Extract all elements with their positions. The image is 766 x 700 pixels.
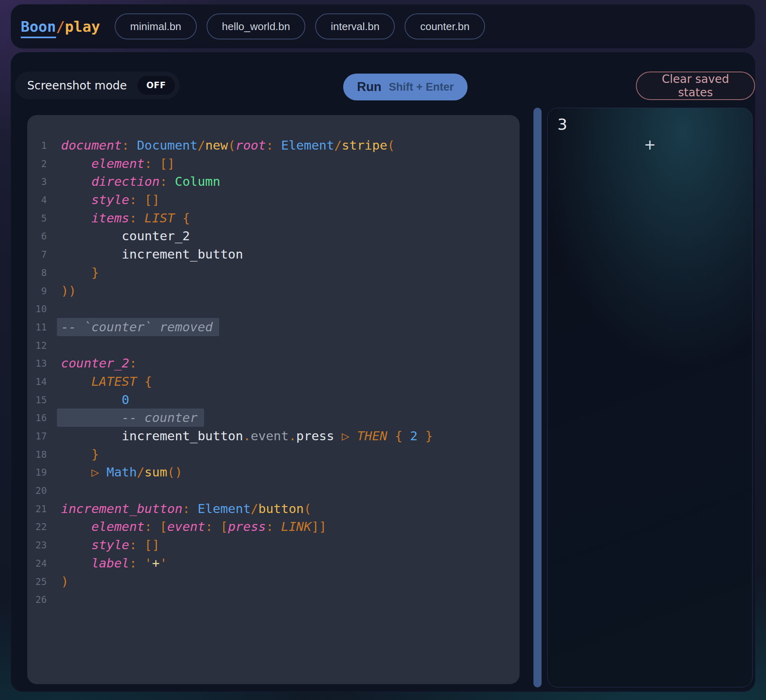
- code-line: 1document: Document/new(root: Element/st…: [27, 136, 520, 154]
- line-number: 22: [27, 517, 47, 536]
- line-number: 9: [27, 282, 47, 300]
- code-text: }: [61, 265, 99, 280]
- code-text: direction: Column: [61, 174, 220, 189]
- file-tabs: minimal.bn hello_world.bn interval.bn co…: [115, 13, 485, 39]
- line-number: 3: [27, 172, 47, 191]
- code-text: element: [event: [press: LINK]]: [61, 519, 326, 534]
- editor-scrollbar[interactable]: [533, 108, 542, 687]
- line-number: 24: [27, 554, 47, 573]
- logo-brand[interactable]: Boon: [21, 18, 56, 38]
- code-line: 4 style: []: [27, 191, 520, 209]
- code-line: 5 items: LIST {: [27, 209, 520, 227]
- code-line: 2 element: []: [27, 154, 520, 173]
- code-line: 17 increment_button.event.press ▷ THEN {…: [27, 427, 520, 445]
- code-line: 13counter_2:: [27, 354, 520, 372]
- code-text: }: [61, 447, 99, 461]
- line-number: 1: [27, 136, 47, 155]
- line-number: 13: [27, 354, 47, 373]
- line-number: 15: [27, 391, 47, 409]
- code-text: increment_button: [61, 247, 243, 261]
- increment-button[interactable]: +: [640, 135, 660, 154]
- logo-app: play: [65, 18, 100, 35]
- line-number: 4: [27, 191, 47, 209]
- code-text: style: []: [61, 537, 160, 552]
- tab-label: interval.bn: [331, 20, 379, 33]
- code-line: 20: [27, 481, 520, 500]
- code-text: counter_2: [61, 228, 190, 243]
- app-header: Boon/play minimal.bn hello_world.bn inte…: [11, 4, 755, 49]
- counter-value: 3: [557, 115, 567, 133]
- code-text: document: Document/new(root: Element/str…: [61, 138, 395, 152]
- screenshot-mode-toggle[interactable]: Screenshot mode OFF: [15, 72, 180, 99]
- line-number: 11: [27, 318, 47, 337]
- code-editor[interactable]: 1document: Document/new(root: Element/st…: [27, 115, 520, 684]
- code-line: 14 LATEST {: [27, 372, 520, 391]
- code-text: increment_button.event.press ▷ THEN { 2 …: [61, 428, 433, 443]
- file-tab[interactable]: counter.bn: [405, 13, 485, 39]
- code-text: )): [61, 283, 76, 298]
- code-line: 21increment_button: Element/button(: [27, 500, 520, 518]
- code-line: 9)): [27, 282, 520, 300]
- code-text: LATEST {: [61, 374, 152, 389]
- code-text: element: []: [61, 156, 175, 171]
- screenshot-mode-label: Screenshot mode: [27, 79, 127, 92]
- line-number: 17: [27, 427, 47, 446]
- file-tab[interactable]: minimal.bn: [115, 13, 197, 39]
- line-number: 19: [27, 463, 47, 482]
- code-text: -- `counter` removed: [57, 318, 219, 336]
- line-number: 26: [27, 590, 47, 609]
- code-line: 18 }: [27, 445, 520, 463]
- screenshot-mode-state-badge: OFF: [137, 76, 175, 95]
- code-line: 26: [27, 590, 520, 609]
- clear-saved-states-button[interactable]: Clear saved states: [636, 72, 755, 100]
- code-text: ▷ Math/sum(): [61, 465, 183, 479]
- code-line: 15 0: [27, 391, 520, 409]
- run-label: Run: [357, 80, 381, 94]
- code-text: ): [61, 574, 69, 589]
- line-number: 18: [27, 445, 47, 464]
- code-line: 8 }: [27, 263, 520, 282]
- preview-panel: 3 +: [547, 108, 753, 687]
- code-line: 10: [27, 300, 520, 318]
- app-logo[interactable]: Boon/play: [21, 18, 100, 35]
- tab-label: counter.bn: [420, 20, 469, 33]
- line-number: 7: [27, 245, 47, 264]
- code-line: 3 direction: Column: [27, 172, 520, 191]
- code-line: 11-- `counter` removed: [27, 318, 520, 336]
- tab-label: minimal.bn: [130, 20, 181, 33]
- code-text: -- counter: [57, 409, 204, 427]
- line-number: 14: [27, 372, 47, 391]
- code-line: 12: [27, 336, 520, 354]
- code-line: 25): [27, 572, 520, 591]
- line-number: 6: [27, 227, 47, 246]
- code-line: 23 style: []: [27, 536, 520, 554]
- line-number: 20: [27, 481, 47, 500]
- code-line: 19 ▷ Math/sum(): [27, 463, 520, 481]
- file-tab[interactable]: hello_world.bn: [207, 13, 306, 39]
- code-line: 22 element: [event: [press: LINK]]: [27, 517, 520, 536]
- code-text: counter_2:: [61, 356, 137, 370]
- code-line: 6 counter_2: [27, 227, 520, 245]
- file-tab[interactable]: interval.bn: [315, 13, 395, 39]
- logo-slash: /: [56, 18, 65, 35]
- code-text: label: '+': [61, 556, 167, 570]
- line-number: 10: [27, 300, 47, 318]
- code-text: increment_button: Element/button(: [61, 501, 311, 516]
- clear-saved-states-label: Clear saved states: [651, 72, 740, 99]
- tab-label: hello_world.bn: [222, 20, 290, 33]
- line-number: 2: [27, 154, 47, 173]
- main-panel: Screenshot mode OFF Run Shift + Enter Cl…: [11, 52, 755, 692]
- line-number: 23: [27, 536, 47, 554]
- line-number: 25: [27, 572, 47, 591]
- code-line: 7 increment_button: [27, 245, 520, 263]
- line-number: 16: [27, 409, 47, 427]
- run-shortcut: Shift + Enter: [389, 81, 454, 93]
- code-line: 24 label: '+': [27, 554, 520, 572]
- line-number: 5: [27, 209, 47, 228]
- code-text: 0: [61, 392, 129, 407]
- run-button[interactable]: Run Shift + Enter: [343, 74, 468, 100]
- code-line: 16 -- counter: [27, 409, 520, 427]
- code-text: items: LIST {: [61, 211, 190, 225]
- line-number: 12: [27, 336, 47, 355]
- line-number: 8: [27, 263, 47, 282]
